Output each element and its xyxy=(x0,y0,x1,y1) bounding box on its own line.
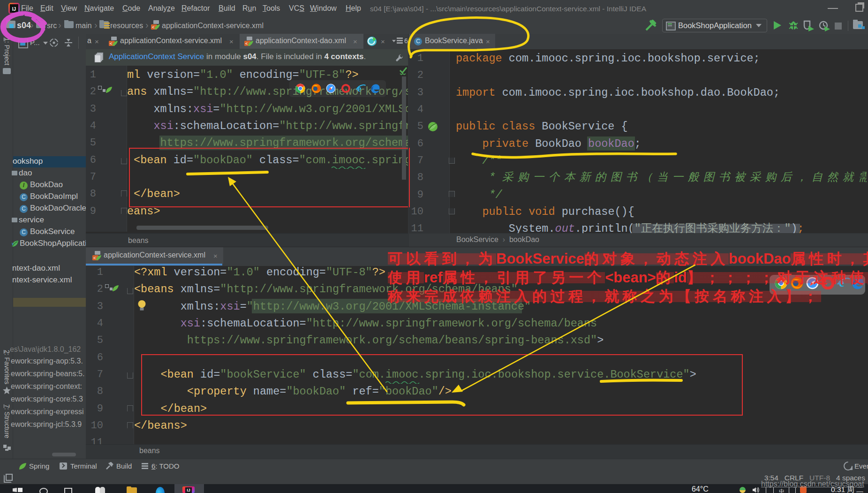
svg-text:<: < xyxy=(152,25,154,30)
svg-text:e: e xyxy=(357,83,361,93)
svg-text:<: < xyxy=(93,256,96,260)
svg-text:<: < xyxy=(110,41,112,46)
svg-text:<: < xyxy=(245,41,248,46)
